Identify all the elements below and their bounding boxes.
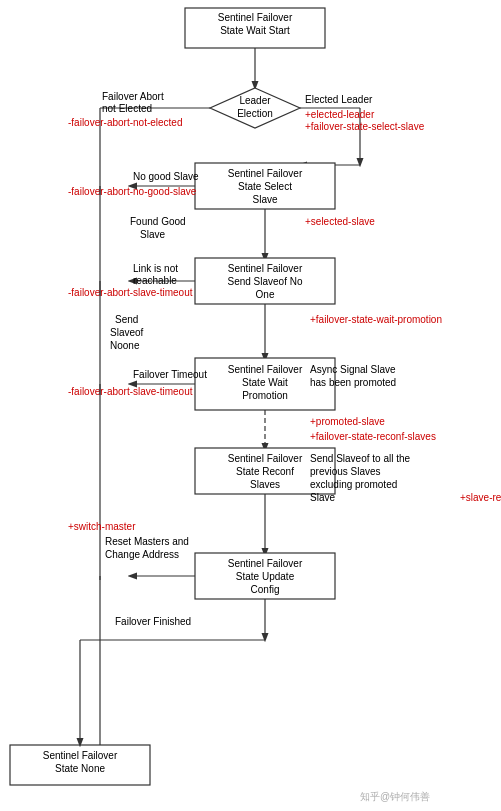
- node-select-slave-line3: Slave: [252, 194, 277, 205]
- node-reconf-slaves-line2: State Reconf: [236, 466, 294, 477]
- label-elected-leader: Elected Leader: [305, 94, 373, 105]
- label-send-slaveof-noone-line1: Send: [115, 314, 138, 325]
- node-update-config-line1: Sentinel Failover: [228, 558, 303, 569]
- label-plus-failover-select-slave: +failover-state-select-slave: [305, 121, 425, 132]
- node-wait-start-line2: State Wait Start: [220, 25, 290, 36]
- label-async-signal-line2: has been promoted: [310, 377, 396, 388]
- label-failover-abort-not-elected: -failover-abort-not-elected: [68, 117, 183, 128]
- label-plus-elected-leader: +elected-leader: [305, 109, 375, 120]
- label-failover-abort-not-elected-sub: not Elected: [102, 103, 152, 114]
- node-wait-promotion-line2: State Wait: [242, 377, 288, 388]
- label-plus-switch-master: +switch-master: [68, 521, 136, 532]
- node-update-config-line2: State Update: [236, 571, 295, 582]
- label-found-good-slave-line2: Slave: [140, 229, 165, 240]
- node-state-none-line1: Sentinel Failover: [43, 750, 118, 761]
- node-select-slave-line1: Sentinel Failover: [228, 168, 303, 179]
- node-send-slaveof-line2: Send Slaveof No: [227, 276, 302, 287]
- watermark-text: 知乎@钟何伟善: [360, 791, 430, 802]
- label-send-slaveof-all-line1: Send Slaveof to all the: [310, 453, 411, 464]
- label-failover-abort-slave-timeout2: -failover-abort-slave-timeout: [68, 386, 193, 397]
- label-plus-failover-state-reconf-slaves: +failover-state-reconf-slaves: [310, 431, 436, 442]
- label-async-signal-line1: Async Signal Slave: [310, 364, 396, 375]
- diagram-container: Sentinel Failover State Wait Start Leade…: [0, 0, 501, 811]
- label-reset-masters-line2: Change Address: [105, 549, 179, 560]
- label-send-slaveof-all-line4: Slave: [310, 492, 335, 503]
- node-send-slaveof-line3: One: [256, 289, 275, 300]
- diamond-leader-line1: Leader: [239, 95, 271, 106]
- label-failover-abort-not-elected-title: Failover Abort: [102, 91, 164, 102]
- label-plus-promoted-slave: +promoted-slave: [310, 416, 385, 427]
- label-reset-masters-line1: Reset Masters and: [105, 536, 189, 547]
- node-reconf-slaves-line1: Sentinel Failover: [228, 453, 303, 464]
- diagram-svg: Sentinel Failover State Wait Start Leade…: [0, 0, 501, 811]
- node-send-slaveof-line1: Sentinel Failover: [228, 263, 303, 274]
- label-link-not-reachable-line2: reachable: [133, 275, 177, 286]
- node-select-slave-line2: State Select: [238, 181, 292, 192]
- label-failover-timeout: Failover Timeout: [133, 369, 207, 380]
- node-reconf-slaves-line3: Slaves: [250, 479, 280, 490]
- node-state-none-line2: State None: [55, 763, 105, 774]
- label-send-slaveof-noone-line2: Slaveof: [110, 327, 144, 338]
- diamond-leader-line2: Election: [237, 108, 273, 119]
- node-wait-promotion-line3: Promotion: [242, 390, 288, 401]
- node-wait-start-line1: Sentinel Failover: [218, 12, 293, 23]
- label-link-not-reachable-line1: Link is not: [133, 263, 178, 274]
- label-no-good-slave: No good Slave: [133, 171, 199, 182]
- label-failover-abort-no-good-slave: -failover-abort-no-good-slave: [68, 186, 197, 197]
- label-plus-failover-state-wait-promotion: +failover-state-wait-promotion: [310, 314, 442, 325]
- label-found-good-slave-line1: Found Good: [130, 216, 186, 227]
- label-send-slaveof-noone-line3: Noone: [110, 340, 140, 351]
- label-send-slaveof-all-line3: excluding promoted: [310, 479, 397, 490]
- label-plus-selected-slave: +selected-slave: [305, 216, 375, 227]
- node-wait-promotion-line1: Sentinel Failover: [228, 364, 303, 375]
- label-send-slaveof-all-line2: previous Slaves: [310, 466, 381, 477]
- node-update-config-line3: Config: [251, 584, 280, 595]
- label-failover-finished: Failover Finished: [115, 616, 191, 627]
- label-plus-slave-reconf-sent: +slave-reconf-sent: [460, 492, 501, 503]
- label-failover-abort-slave-timeout1: -failover-abort-slave-timeout: [68, 287, 193, 298]
